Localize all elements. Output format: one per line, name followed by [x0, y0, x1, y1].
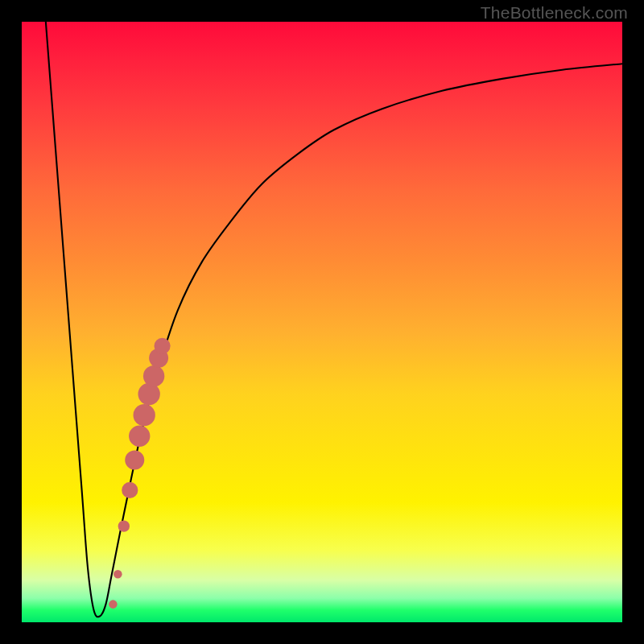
- highlight-point: [134, 404, 155, 426]
- bottleneck-curve: [46, 22, 622, 617]
- plot-area: [22, 22, 622, 622]
- highlight-point: [143, 365, 164, 386]
- highlight-point: [125, 451, 144, 470]
- highlight-point: [154, 338, 170, 354]
- highlight-point: [122, 482, 138, 498]
- highlight-point: [118, 520, 130, 531]
- highlight-point: [138, 383, 159, 405]
- highlight-point: [114, 570, 122, 579]
- highlight-point: [109, 600, 118, 609]
- chart-svg: [22, 22, 622, 622]
- highlight-points: [109, 338, 171, 609]
- highlight-point: [129, 426, 150, 447]
- chart-frame: TheBottleneck.com: [0, 0, 644, 644]
- watermark-text: TheBottleneck.com: [481, 3, 628, 23]
